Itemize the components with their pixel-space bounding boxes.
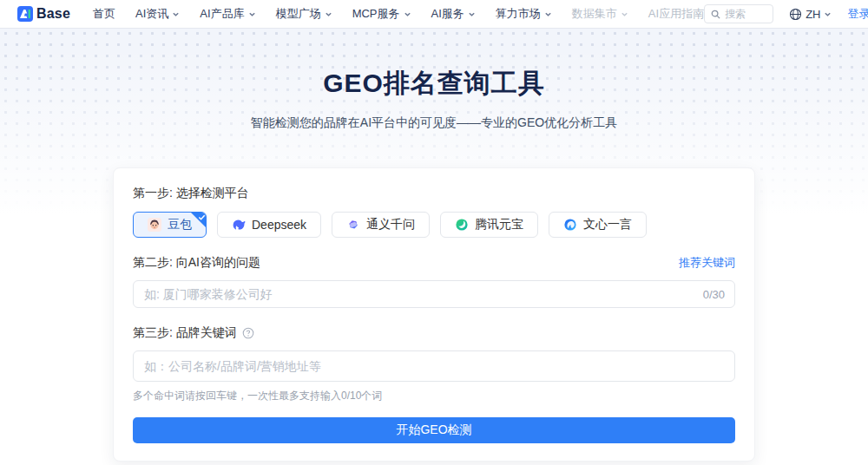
step2-label: 第二步: 向AI咨询的问题: [133, 255, 260, 271]
chevron-down-icon: [325, 10, 332, 18]
nav-item-home[interactable]: 首页: [93, 6, 115, 22]
page-subtitle: 智能检测您的品牌在AI平台中的可见度——专业的GEO优化分析工具: [0, 115, 868, 131]
top-navbar: Base 首页 AI资讯 AI产品库 模型广场 MCP服务 AI服务 算力市场: [0, 0, 868, 28]
nav-item-model-plaza[interactable]: 模型广场: [276, 6, 332, 22]
question-input-wrap: 0/30: [133, 280, 735, 308]
platform-selector: 豆包 Deepseek: [133, 212, 735, 238]
navbar-right: ZH 登录/注册: [704, 4, 868, 23]
aibase-logo[interactable]: Base: [17, 6, 70, 22]
start-geo-check-button[interactable]: 开始GEO检测: [133, 417, 735, 443]
nav-item-data-market[interactable]: 数据集市: [572, 6, 628, 22]
chevron-down-icon: [544, 10, 552, 18]
platform-tencent-yuanbao[interactable]: 腾讯元宝: [440, 212, 538, 238]
platform-deepseek[interactable]: Deepseek: [217, 212, 321, 238]
platform-label: 豆包: [168, 217, 192, 232]
login-register-link[interactable]: 登录/注册: [847, 6, 868, 22]
search-box[interactable]: [704, 4, 773, 23]
platform-tongyi-qianwen[interactable]: 通义千问: [332, 212, 430, 238]
nav-item-mcp-services[interactable]: MCP服务: [352, 6, 411, 22]
nav-item-computing-market[interactable]: 算力市场: [496, 6, 552, 22]
tongyi-qianwen-icon: [346, 218, 360, 232]
step3-label: 第三步: 品牌关键词: [133, 325, 735, 341]
chevron-down-icon: [824, 10, 832, 18]
brand-keywords-input-wrap: [133, 350, 735, 382]
chevron-down-icon: [404, 10, 411, 18]
question-input[interactable]: [133, 280, 735, 308]
language-switcher[interactable]: ZH: [789, 8, 832, 21]
search-icon: [711, 10, 720, 19]
platform-label: 文心一言: [583, 217, 632, 232]
nav-item-ai-news[interactable]: AI资讯: [135, 6, 180, 22]
wenxin-yiyan-icon: [563, 218, 577, 232]
geo-check-form-card: 第一步: 选择检测平台 豆包: [113, 167, 755, 462]
chevron-down-icon: [248, 10, 256, 18]
platform-label: Deepseek: [252, 218, 306, 232]
chevron-down-icon: [172, 10, 180, 18]
language-label: ZH: [806, 8, 820, 21]
hero-section: GEO排名查询工具 智能检测您的品牌在AI平台中的可见度——专业的GEO优化分析…: [0, 28, 868, 462]
brand-keywords-hint: 多个命中词请按回车键，一次性最多支持输入0/10个词: [133, 389, 735, 403]
platform-wenxin-yiyan[interactable]: 文心一言: [549, 212, 647, 238]
selected-check-badge: [191, 213, 206, 227]
aibase-logo-text: Base: [36, 6, 70, 22]
char-counter: 0/30: [703, 288, 725, 301]
platform-doubao[interactable]: 豆包: [133, 212, 207, 238]
doubao-icon: [148, 218, 161, 232]
page-title: GEO排名查询工具: [0, 28, 868, 102]
platform-label: 腾讯元宝: [475, 217, 523, 232]
chevron-down-icon: [621, 10, 628, 18]
brand-keywords-input[interactable]: [133, 350, 735, 382]
nav-item-ai-services[interactable]: AI服务: [431, 6, 476, 22]
aibase-logo-icon: [17, 6, 33, 22]
tencent-yuanbao-icon: [455, 218, 469, 232]
step1-label: 第一步: 选择检测平台: [133, 186, 735, 201]
search-input[interactable]: [725, 8, 766, 20]
deepseek-icon: [232, 218, 246, 232]
recommended-keywords-link[interactable]: 推荐关键词: [679, 255, 735, 271]
platform-label: 通义千问: [366, 217, 415, 232]
nav-item-ai-app-guide[interactable]: AI应用指南: [648, 6, 704, 22]
globe-icon: [789, 8, 802, 21]
help-circle-icon[interactable]: [242, 327, 254, 339]
nav-item-ai-products[interactable]: AI产品库: [200, 6, 255, 22]
chevron-down-icon: [468, 10, 476, 18]
nav-menu: 首页 AI资讯 AI产品库 模型广场 MCP服务 AI服务 算力市场 数据集市: [93, 6, 704, 22]
check-icon: [198, 213, 206, 221]
